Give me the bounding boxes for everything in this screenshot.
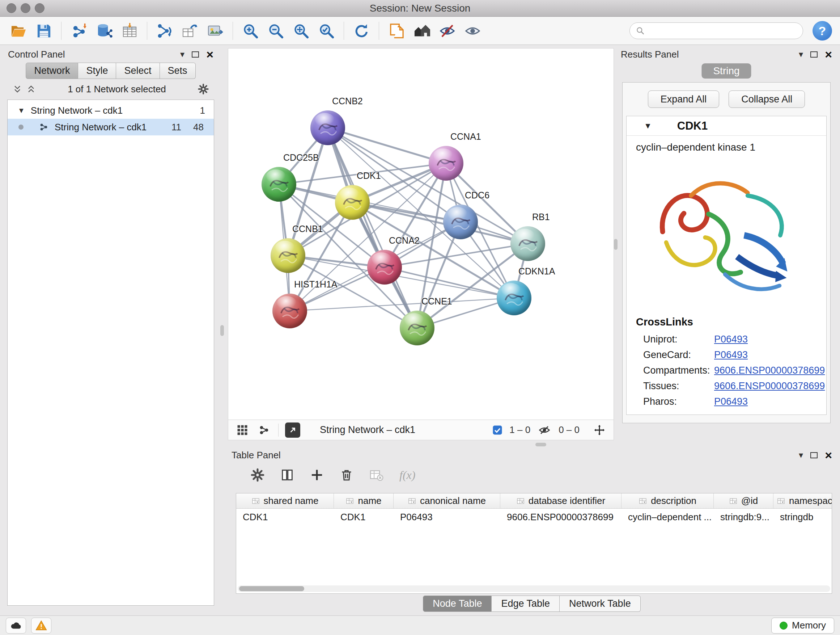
panel-close-icon[interactable]: × bbox=[206, 48, 213, 60]
tab-select[interactable]: Select bbox=[116, 63, 159, 79]
column-header-shared-name[interactable]: shared name bbox=[236, 494, 334, 508]
network-node-rb1[interactable] bbox=[510, 226, 545, 261]
open-session-button[interactable] bbox=[6, 19, 31, 42]
table-settings-button[interactable] bbox=[248, 466, 267, 484]
crosslink-genecard-link[interactable]: P06493 bbox=[714, 349, 748, 361]
network-node-ccnb1[interactable] bbox=[271, 238, 305, 273]
panel-collapse-icon[interactable]: ▾ bbox=[799, 50, 803, 59]
tab-network-table[interactable]: Network Table bbox=[560, 595, 641, 612]
cell-database-identifier[interactable]: 9606.ENSP00000378699 bbox=[500, 511, 622, 523]
tree-caret-icon[interactable]: ▼ bbox=[18, 106, 25, 115]
column-header-canonical-name[interactable]: canonical name bbox=[393, 494, 500, 508]
apply-layout-button[interactable] bbox=[349, 19, 374, 42]
show-columns-button[interactable] bbox=[278, 466, 297, 484]
collapse-all-icon[interactable] bbox=[26, 84, 36, 94]
new-network-from-selection-button[interactable] bbox=[152, 19, 177, 42]
hide-graphics-button[interactable] bbox=[434, 19, 460, 42]
network-node-cdc6[interactable] bbox=[443, 204, 478, 239]
add-column-button[interactable] bbox=[308, 466, 326, 484]
tab-node-table[interactable]: Node Table bbox=[423, 595, 492, 612]
column-header-description[interactable]: description bbox=[622, 494, 714, 508]
expand-all-icon[interactable] bbox=[12, 84, 22, 94]
memory-button[interactable]: Memory bbox=[771, 618, 834, 633]
delete-column-button[interactable] bbox=[337, 466, 356, 484]
panel-float-icon[interactable] bbox=[810, 51, 818, 57]
network-node-label: RB1 bbox=[532, 212, 550, 222]
cell-namespace[interactable]: stringdb bbox=[774, 511, 832, 523]
collapse-all-button[interactable]: Collapse All bbox=[729, 90, 805, 108]
import-network-from-database-button[interactable] bbox=[92, 19, 117, 42]
pan-tool-button[interactable] bbox=[592, 423, 607, 438]
network-node-hist1h1a[interactable] bbox=[272, 294, 307, 328]
hidden-items-icon[interactable] bbox=[537, 423, 552, 438]
network-collection-row[interactable]: ▼ String Network – cdk1 1 bbox=[8, 102, 214, 119]
network-node-ccna2[interactable] bbox=[367, 250, 402, 285]
column-header-name[interactable]: name bbox=[334, 494, 393, 508]
network-canvas[interactable]: CCNB2CCNA1CDC25BCDK1CDC6RB1CCNB1CCNA2CDK… bbox=[228, 49, 614, 420]
warnings-button[interactable] bbox=[31, 618, 51, 633]
edit-network-table-button[interactable] bbox=[177, 19, 202, 42]
network-node-cdc25b[interactable] bbox=[262, 167, 296, 202]
tab-string[interactable]: String bbox=[701, 63, 751, 79]
help-button[interactable]: ? bbox=[813, 21, 832, 41]
results-panel-header: Results Panel ▾ × bbox=[617, 48, 836, 60]
network-node-cdkn1a[interactable] bbox=[497, 280, 531, 315]
gene-card-header[interactable]: ▼ CDK1 bbox=[627, 116, 826, 136]
detach-view-button[interactable] bbox=[285, 423, 300, 438]
zoom-in-button[interactable] bbox=[238, 19, 263, 42]
tab-network[interactable]: Network bbox=[26, 63, 78, 79]
horizontal-splitter-handle[interactable] bbox=[535, 443, 546, 447]
grid-view-button[interactable] bbox=[235, 423, 250, 438]
left-splitter-handle[interactable] bbox=[220, 325, 224, 336]
crosslink-compartments-link[interactable]: 9606.ENSP00000378699 bbox=[714, 365, 825, 376]
network-overview-button[interactable] bbox=[409, 19, 434, 42]
panel-float-icon[interactable] bbox=[192, 51, 199, 57]
selected-checkbox-icon[interactable] bbox=[492, 424, 503, 435]
crosslink-tissues-link[interactable]: 9606.ENSP00000378699 bbox=[714, 380, 825, 392]
search-input[interactable] bbox=[649, 25, 797, 36]
zoom-out-button[interactable] bbox=[263, 19, 288, 42]
expand-all-button[interactable]: Expand All bbox=[648, 90, 720, 108]
panel-float-icon[interactable] bbox=[810, 452, 818, 458]
cell-name[interactable]: CDK1 bbox=[334, 511, 393, 523]
gene-collapse-icon[interactable]: ▼ bbox=[644, 121, 652, 131]
panel-close-icon[interactable]: × bbox=[825, 48, 832, 60]
scrollbar-thumb[interactable] bbox=[239, 586, 304, 591]
zoom-selected-button[interactable] bbox=[314, 19, 339, 42]
cell-description[interactable]: cyclin–dependent ... bbox=[622, 511, 714, 523]
tab-sets[interactable]: Sets bbox=[160, 63, 196, 79]
network-node-cdk1[interactable] bbox=[335, 185, 370, 220]
column-header-namespace[interactable]: namespac bbox=[774, 494, 832, 508]
column-header-id[interactable]: @id bbox=[714, 494, 774, 508]
column-header-database-identifier[interactable]: database identifier bbox=[500, 494, 622, 508]
window-title: Session: New Session bbox=[0, 3, 840, 14]
export-image-button[interactable] bbox=[202, 19, 228, 42]
panel-close-icon[interactable]: × bbox=[825, 449, 832, 461]
tab-edge-table[interactable]: Edge Table bbox=[492, 595, 560, 612]
houses-icon bbox=[414, 22, 431, 40]
annotation-document-button[interactable] bbox=[384, 19, 409, 42]
import-network-button[interactable] bbox=[66, 19, 92, 42]
cell-canonical-name[interactable]: P06493 bbox=[393, 511, 500, 523]
search-box[interactable] bbox=[630, 22, 803, 39]
save-session-button[interactable] bbox=[31, 19, 57, 42]
cell-id[interactable]: stringdb:9... bbox=[714, 511, 774, 523]
cloud-status-button[interactable] bbox=[6, 618, 26, 633]
crosslink-label: Pharos: bbox=[643, 396, 714, 407]
network-list-button[interactable] bbox=[256, 423, 272, 438]
table-row[interactable]: CDK1 CDK1 P06493 9606.ENSP00000378699 cy… bbox=[236, 509, 832, 525]
gear-icon[interactable] bbox=[197, 83, 209, 95]
tab-style[interactable]: Style bbox=[78, 63, 116, 79]
network-row-selected[interactable]: String Network – cdk1 11 48 bbox=[8, 119, 214, 135]
import-table-button[interactable] bbox=[117, 19, 142, 42]
show-graphics-button[interactable] bbox=[460, 19, 485, 42]
network-node-ccnb2[interactable] bbox=[310, 111, 345, 145]
panel-collapse-icon[interactable]: ▾ bbox=[180, 50, 185, 59]
panel-collapse-icon[interactable]: ▾ bbox=[799, 451, 803, 459]
zoom-fit-button[interactable] bbox=[288, 19, 314, 42]
crosslink-pharos-link[interactable]: P06493 bbox=[714, 396, 748, 407]
network-node-ccne1[interactable] bbox=[400, 310, 434, 345]
crosslink-uniprot-link[interactable]: P06493 bbox=[714, 334, 748, 345]
cell-shared-name[interactable]: CDK1 bbox=[236, 511, 334, 523]
network-node-ccna1[interactable] bbox=[429, 146, 463, 181]
